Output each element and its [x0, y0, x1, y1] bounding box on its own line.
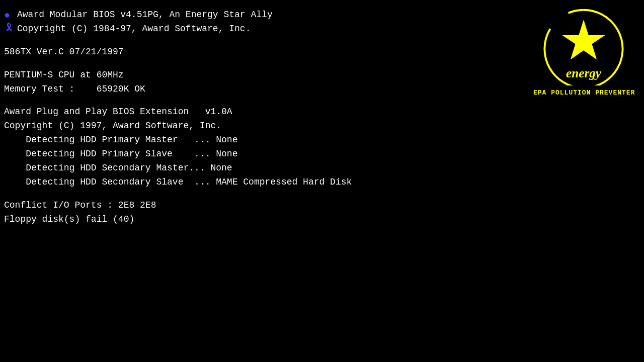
- hdd-primary-master: Detecting HDD Primary Master ... None: [4, 133, 640, 147]
- svg-text:energy: energy: [566, 66, 602, 80]
- pnp-line1: Award Plug and Play BIOS Extension v1.0A: [4, 105, 640, 119]
- svg-marker-0: [562, 20, 605, 60]
- award-ribbon-icon: 🎗: [4, 22, 14, 35]
- hdd-secondary-slave: Detecting HDD Secondary Slave ... MAME C…: [4, 175, 640, 190]
- hdd-secondary-master: Detecting HDD Secondary Master... None: [4, 161, 640, 175]
- spacer3: [4, 96, 640, 105]
- energy-star-logo: energy: [538, 5, 629, 85]
- pnp-line2: Copyright (C) 1997, Award Software, Inc.: [4, 119, 640, 133]
- hdd-primary-slave: Detecting HDD Primary Slave ... None: [4, 147, 640, 161]
- epa-label: EPA POLLUTION PREVENTER: [533, 89, 634, 97]
- bios-header-line1: Award Modular BIOS v4.51PG, An Energy St…: [17, 8, 273, 22]
- bios-screen: energy EPA POLLUTION PREVENTER ● 🎗 Award…: [0, 0, 644, 362]
- award-dot-icon: ●: [4, 9, 14, 22]
- bios-header-line2: Copyright (C) 1984-97, Award Software, I…: [17, 22, 273, 36]
- conflict-line: Conflict I/O Ports : 2E8 2E8: [4, 199, 640, 213]
- floppy-line: Floppy disk(s) fail (40): [4, 213, 640, 227]
- spacer4: [4, 190, 640, 199]
- energy-star-badge: energy EPA POLLUTION PREVENTER: [533, 5, 634, 97]
